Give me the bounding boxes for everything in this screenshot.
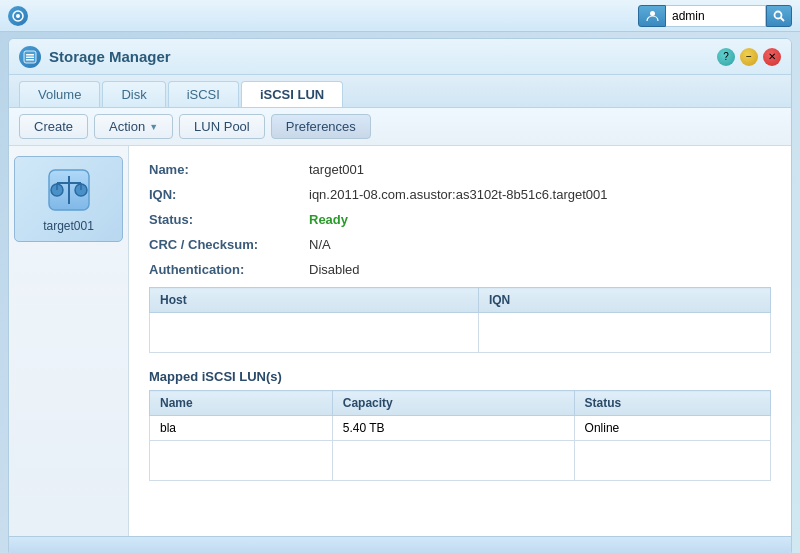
minimize-button[interactable]: − [740, 48, 758, 66]
name-value: target001 [309, 162, 364, 177]
tab-iscsi-lun[interactable]: iSCSI LUN [241, 81, 343, 107]
toolbar: Create Action ▼ LUN Pool Preferences [9, 108, 791, 146]
name-label: Name: [149, 162, 309, 177]
host-iqn-empty-row [150, 313, 771, 353]
auth-label: Authentication: [149, 262, 309, 277]
svg-rect-8 [26, 59, 34, 61]
iqn-label: IQN: [149, 187, 309, 202]
svg-rect-7 [26, 56, 34, 58]
bottom-bar [9, 536, 791, 553]
mapped-lun-title: Mapped iSCSI LUN(s) [149, 369, 771, 384]
host-iqn-table: Host IQN [149, 287, 771, 353]
crc-label: CRC / Checksum: [149, 237, 309, 252]
storage-manager-icon [19, 46, 41, 68]
status-row: Status: Ready [149, 212, 771, 227]
name-row: Name: target001 [149, 162, 771, 177]
svg-point-1 [16, 14, 20, 18]
sidebar: target001 [9, 146, 129, 536]
lun-status: Online [574, 416, 770, 441]
lun-table-row: bla 5.40 TB Online [150, 416, 771, 441]
window-controls: ? − ✕ [717, 48, 781, 66]
lun-spacer-row [150, 441, 771, 481]
lun-col-name: Name [150, 391, 333, 416]
target-icon [44, 165, 94, 215]
search-button[interactable] [766, 5, 792, 27]
tab-volume[interactable]: Volume [19, 81, 100, 107]
tab-iscsi[interactable]: iSCSI [168, 81, 239, 107]
iqn-value: iqn.2011-08.com.asustor:as3102t-8b51c6.t… [309, 187, 607, 202]
search-area [638, 5, 792, 27]
crc-value: N/A [309, 237, 331, 252]
svg-point-2 [650, 11, 655, 16]
lun-pool-button[interactable]: LUN Pool [179, 114, 265, 139]
app-title-bar: Storage Manager ? − ✕ [9, 39, 791, 75]
tab-disk[interactable]: Disk [102, 81, 165, 107]
user-icon [638, 5, 666, 27]
sidebar-item-label: target001 [43, 219, 94, 233]
lun-capacity: 5.40 TB [332, 416, 574, 441]
top-bar-left [8, 6, 28, 26]
col-host: Host [150, 288, 479, 313]
app-home-icon[interactable] [8, 6, 28, 26]
svg-rect-6 [26, 54, 34, 56]
status-value: Ready [309, 212, 348, 227]
action-dropdown-arrow: ▼ [149, 122, 158, 132]
crc-row: CRC / Checksum: N/A [149, 237, 771, 252]
app-window: Storage Manager ? − ✕ Volume Disk iSCSI … [8, 38, 792, 553]
action-button[interactable]: Action ▼ [94, 114, 173, 139]
sidebar-item-target001[interactable]: target001 [14, 156, 123, 242]
col-iqn: IQN [478, 288, 770, 313]
lun-col-capacity: Capacity [332, 391, 574, 416]
iqn-row: IQN: iqn.2011-08.com.asustor:as3102t-8b5… [149, 187, 771, 202]
svg-point-3 [775, 11, 782, 18]
app-title: Storage Manager [49, 48, 171, 65]
main-content: target001 Name: target001 IQN: iqn.2011-… [9, 146, 791, 536]
help-button[interactable]: ? [717, 48, 735, 66]
admin-input[interactable] [666, 5, 766, 27]
close-button[interactable]: ✕ [763, 48, 781, 66]
detail-panel: Name: target001 IQN: iqn.2011-08.com.asu… [129, 146, 791, 536]
preferences-button[interactable]: Preferences [271, 114, 371, 139]
auth-row: Authentication: Disabled [149, 262, 771, 277]
status-label: Status: [149, 212, 309, 227]
lun-table: Name Capacity Status bla 5.40 TB Online [149, 390, 771, 481]
auth-value: Disabled [309, 262, 360, 277]
top-bar-right [638, 5, 792, 27]
lun-name: bla [150, 416, 333, 441]
tab-bar: Volume Disk iSCSI iSCSI LUN [9, 75, 791, 108]
create-button[interactable]: Create [19, 114, 88, 139]
top-bar [0, 0, 800, 32]
app-title-left: Storage Manager [19, 46, 171, 68]
svg-line-4 [781, 17, 785, 21]
lun-col-status: Status [574, 391, 770, 416]
